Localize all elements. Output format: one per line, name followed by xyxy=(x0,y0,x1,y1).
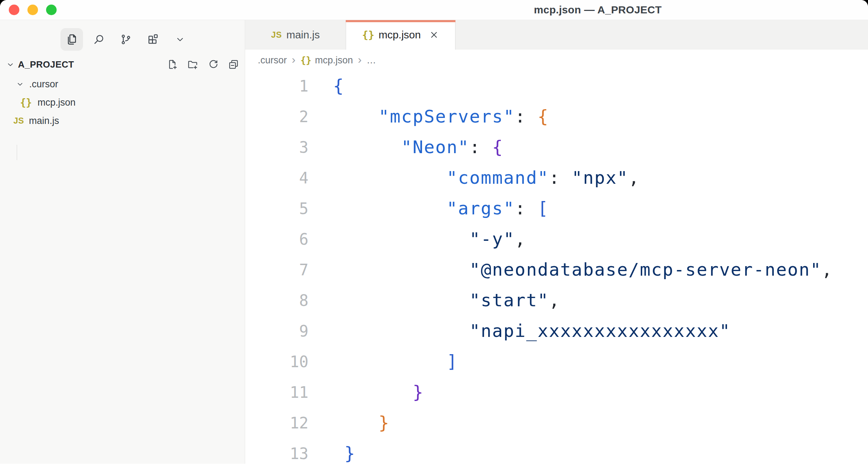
code-lines: { "mcpServers": { "Neon": { "command": "… xyxy=(333,71,833,464)
code-line[interactable]: ] xyxy=(333,346,833,377)
code-line[interactable]: "mcpServers": { xyxy=(333,101,833,132)
code-token-key: "args" xyxy=(447,198,515,219)
file-tree: .cursor{}mcp.jsonJSmain.js xyxy=(0,75,245,130)
activity-search-button[interactable] xyxy=(88,28,110,51)
collapse-all-icon xyxy=(228,58,240,70)
window-controls xyxy=(9,5,57,15)
line-number: 3 xyxy=(245,132,308,163)
tree-item-cursor[interactable]: .cursor xyxy=(0,75,245,93)
code-whitespace xyxy=(333,168,447,188)
code-whitespace xyxy=(333,106,378,127)
zoom-window-button[interactable] xyxy=(46,5,57,15)
code-whitespace xyxy=(333,259,470,280)
activity-extensions-button[interactable] xyxy=(142,28,164,51)
activity-more-button[interactable] xyxy=(169,28,191,51)
code-line[interactable]: { xyxy=(333,71,833,101)
tree-item-main-js[interactable]: JSmain.js xyxy=(0,112,245,130)
close-icon xyxy=(429,30,439,40)
chevron-right-icon: › xyxy=(292,54,296,65)
code-whitespace xyxy=(333,382,413,402)
code-token-val: "npx" xyxy=(572,168,628,188)
explorer-section-header[interactable]: A_PROJECT xyxy=(0,54,245,75)
tab-label: mcp.json xyxy=(378,29,421,41)
code-whitespace xyxy=(333,321,470,341)
code-whitespace xyxy=(333,198,447,219)
breadcrumb: .cursor›{}mcp.json›… xyxy=(245,50,868,71)
breadcrumb-label: … xyxy=(366,55,376,66)
titlebar: mcp.json — A_PROJECT xyxy=(0,0,868,20)
tab-label: main.js xyxy=(286,29,320,41)
tab-bar: JSmain.js{}mcp.json xyxy=(245,20,868,50)
json-braces-icon: {} xyxy=(300,55,311,65)
code-line[interactable]: "napi_xxxxxxxxxxxxxxxx" xyxy=(333,316,833,346)
minimize-window-button[interactable] xyxy=(27,5,38,15)
editor-column: JSmain.js{}mcp.json .cursor›{}mcp.json›…… xyxy=(245,20,868,464)
code-token-punc: : xyxy=(515,106,538,127)
code-line[interactable]: "-y", xyxy=(333,224,833,255)
code-token-punc: , xyxy=(628,168,640,188)
explorer-section-title: A_PROJECT xyxy=(18,59,74,70)
tree-item-label: main.js xyxy=(29,115,59,126)
chevron-down-icon xyxy=(15,80,25,89)
line-number: 10 xyxy=(245,346,308,377)
editor[interactable]: 12345678910111213 { "mcpServers": { "Neo… xyxy=(245,71,868,464)
js-icon: JS xyxy=(271,30,282,40)
tree-item-mcp-json[interactable]: {}mcp.json xyxy=(0,93,245,112)
code-token-b3: { xyxy=(492,137,503,157)
code-line[interactable]: "@neondatabase/mcp-server-neon", xyxy=(333,255,833,285)
extensions-icon xyxy=(146,33,160,46)
refresh-icon xyxy=(207,58,219,70)
code-token-val: "-y" xyxy=(470,229,515,249)
json-braces-icon: {} xyxy=(362,29,375,41)
line-number: 7 xyxy=(245,255,308,285)
refresh-explorer-button[interactable] xyxy=(207,58,219,71)
section-chevron-down-icon xyxy=(6,60,15,69)
files-icon xyxy=(65,33,78,46)
tree-item-label: .cursor xyxy=(29,79,58,90)
code-token-b1: ] xyxy=(447,351,458,372)
code-line[interactable]: } xyxy=(333,438,833,464)
breadcrumb-item-mcp-json[interactable]: {}mcp.json xyxy=(300,55,353,66)
sidebar: A_PROJECT .cursor{}mcp.jsonJSmain.js xyxy=(0,20,245,464)
line-number: 13 xyxy=(245,438,308,464)
new-file-icon xyxy=(166,58,178,70)
code-token-punc: , xyxy=(822,259,833,280)
js-icon: JS xyxy=(13,116,24,126)
line-number: 6 xyxy=(245,224,308,255)
tree-indent-guide xyxy=(17,145,17,160)
code-token-b1: { xyxy=(333,76,344,96)
activity-bar xyxy=(0,25,245,54)
activity-explorer-button[interactable] xyxy=(60,28,83,51)
app-window: mcp.json — A_PROJECT A_PROJECT .cursor{}… xyxy=(0,0,868,464)
window-title: mcp.json — A_PROJECT xyxy=(534,4,662,16)
code-whitespace xyxy=(333,413,378,433)
code-line[interactable]: "args": [ xyxy=(333,193,833,224)
code-line[interactable]: "command": "npx", xyxy=(333,163,833,193)
tree-item-label: mcp.json xyxy=(38,97,76,108)
code-line[interactable]: } xyxy=(333,377,833,408)
code-token-punc: : xyxy=(470,137,492,157)
line-number: 12 xyxy=(245,408,308,438)
json-braces-icon: {} xyxy=(20,97,32,108)
line-number: 1 xyxy=(245,71,308,101)
tab-main-js[interactable]: JSmain.js xyxy=(245,20,346,50)
source-control-icon xyxy=(119,33,133,46)
code-token-punc: : xyxy=(515,198,538,219)
collapse-folders-button[interactable] xyxy=(227,58,240,71)
activity-source-control-button[interactable] xyxy=(115,28,137,51)
code-token-punc: , xyxy=(515,229,526,249)
breadcrumb-item--[interactable]: … xyxy=(366,55,376,66)
close-tab-button[interactable] xyxy=(429,30,439,40)
new-file-button[interactable] xyxy=(166,58,179,71)
code-token-punc: , xyxy=(549,290,560,311)
tab-mcp-json[interactable]: {}mcp.json xyxy=(346,20,455,50)
code-token-b3: } xyxy=(413,382,424,402)
new-folder-button[interactable] xyxy=(186,58,199,71)
code-line[interactable]: "start", xyxy=(333,285,833,316)
breadcrumb-item-cursor[interactable]: .cursor xyxy=(258,55,287,66)
code-token-val: "napi_xxxxxxxxxxxxxxxx" xyxy=(470,321,731,341)
close-window-button[interactable] xyxy=(9,5,19,15)
code-line[interactable]: } xyxy=(333,408,833,438)
code-line[interactable]: "Neon": { xyxy=(333,132,833,163)
line-number: 5 xyxy=(245,193,308,224)
